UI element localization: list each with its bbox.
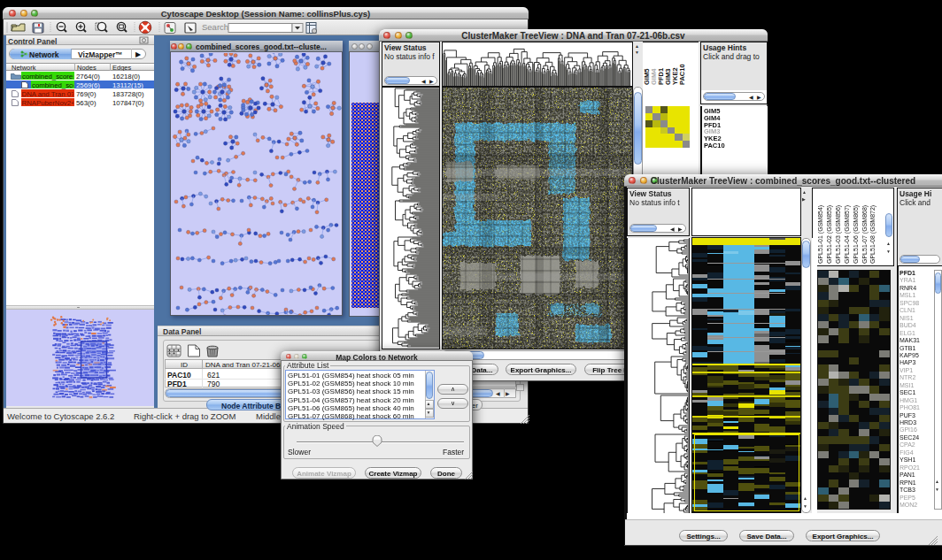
svg-text:Search:: Search: <box>202 22 231 32</box>
svg-text:PAC10: PAC10 <box>678 64 686 85</box>
svg-text:GPL51-07 (GSM868): GPL51-07 (GSM868) <box>861 205 869 264</box>
svg-text:GPL51-08 (GSM872): GPL51-08 (GSM872) <box>869 205 876 264</box>
svg-text:GPL51-06 (GSM865): GPL51-06 (GSM865) <box>853 205 860 264</box>
svg-text:GPL51-01 (GSM854): GPL51-01 (GSM854) <box>817 205 824 264</box>
svg-text:GPL51-04 (GSM857): GPL51-04 (GSM857) <box>844 205 851 264</box>
svg-text:GPL51-03 (GSM856): GPL51-03 (GSM856) <box>835 205 842 264</box>
svg-text:GPL51-02 (GSM855): GPL51-02 (GSM855) <box>826 205 833 264</box>
